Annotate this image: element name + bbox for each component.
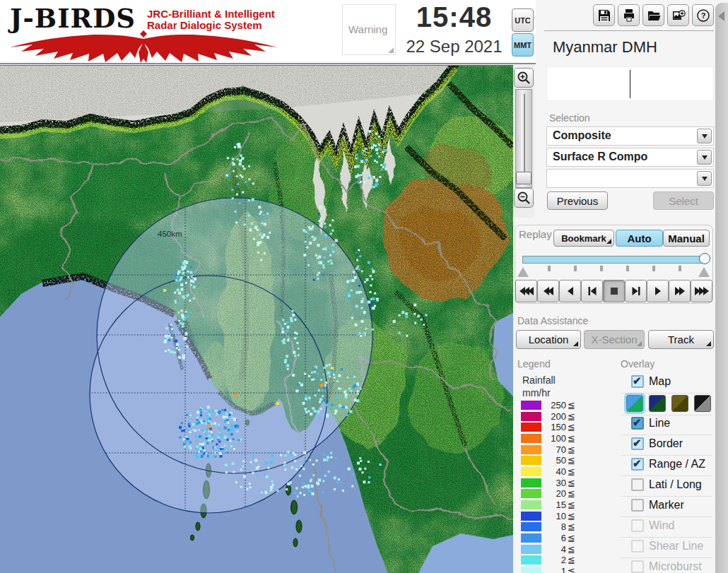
map-checkbox[interactable]: ✔ bbox=[631, 375, 644, 388]
legend-value: 10 bbox=[542, 511, 566, 521]
print-button[interactable] bbox=[618, 4, 640, 26]
text-cursor bbox=[630, 70, 630, 98]
auto-button[interactable]: Auto bbox=[616, 230, 663, 247]
skip-to-start-button[interactable] bbox=[515, 280, 537, 302]
marker-checkbox[interactable] bbox=[631, 499, 644, 512]
legend-value: 1 bbox=[542, 566, 566, 573]
legend-value: 4 bbox=[542, 544, 566, 555]
map-style-swatch-2[interactable] bbox=[649, 395, 666, 412]
radar-map[interactable]: 450km bbox=[0, 65, 513, 573]
stop-icon bbox=[606, 286, 623, 296]
zoom-out-button[interactable] bbox=[514, 188, 534, 208]
legend-le-symbol: ≦ bbox=[568, 500, 575, 510]
slider-start-marker[interactable] bbox=[517, 267, 529, 277]
wind-checkbox[interactable] bbox=[631, 519, 644, 532]
select-button[interactable]: Select bbox=[653, 191, 714, 210]
legend-swatch bbox=[521, 512, 541, 521]
dropdown-value: Composite bbox=[553, 129, 611, 142]
play-reverse-button[interactable] bbox=[559, 280, 581, 302]
utc-button[interactable]: UTC bbox=[512, 8, 534, 32]
shear-line-checkbox[interactable] bbox=[631, 540, 644, 553]
composite-dropdown[interactable]: Composite bbox=[546, 126, 714, 146]
map-style-swatch-3[interactable] bbox=[671, 395, 688, 412]
legend-row: 40≦ bbox=[521, 467, 613, 477]
location-button[interactable]: Location bbox=[516, 330, 581, 349]
zoom-slider-track[interactable] bbox=[515, 89, 532, 188]
resize-grip bbox=[388, 47, 394, 53]
legend-row: 6≦ bbox=[521, 533, 613, 543]
legend-value: 6 bbox=[542, 533, 566, 543]
open-folder-button[interactable] bbox=[642, 4, 664, 26]
legend-swatch bbox=[521, 412, 541, 421]
line-checkbox[interactable]: ✔ bbox=[631, 417, 644, 430]
overlay-item-label: Shear Line bbox=[649, 540, 703, 553]
lati-long-checkbox[interactable] bbox=[631, 478, 644, 491]
legend-swatch bbox=[521, 545, 541, 554]
skip-to-end-icon bbox=[693, 286, 710, 296]
play-reverse-icon bbox=[562, 286, 579, 296]
mmt-button[interactable]: MMT bbox=[512, 33, 534, 57]
legend-le-symbol: ≦ bbox=[568, 478, 575, 488]
button-label: X-Section bbox=[591, 333, 637, 345]
slider-end-marker[interactable] bbox=[698, 267, 710, 277]
add-image-button[interactable] bbox=[667, 4, 689, 26]
microburst-checkbox[interactable] bbox=[631, 560, 644, 573]
legend-value: 20 bbox=[542, 488, 566, 499]
bookmark-button[interactable]: Bookmark bbox=[553, 230, 614, 247]
track-button[interactable]: Track bbox=[648, 330, 714, 349]
zoom-in-button[interactable] bbox=[514, 68, 534, 88]
overlay-item-label: Range / AZ bbox=[649, 458, 705, 471]
map-style-swatch-4[interactable] bbox=[694, 395, 711, 412]
help-button[interactable]: ? bbox=[692, 4, 714, 26]
replay-slider-handle[interactable] bbox=[699, 253, 710, 264]
corner-triangle bbox=[573, 341, 578, 346]
overlay-row: ✔Map bbox=[621, 375, 714, 392]
manual-button[interactable]: Manual bbox=[663, 230, 710, 247]
button-label: Location bbox=[529, 333, 569, 345]
legend-le-symbol: ≦ bbox=[568, 544, 575, 555]
previous-button[interactable]: Previous bbox=[547, 191, 608, 210]
replay-label: Replay bbox=[519, 228, 552, 240]
dropdown-arrow-button[interactable] bbox=[697, 171, 712, 186]
step-forward-button[interactable] bbox=[625, 280, 647, 302]
warning-box[interactable]: Warning bbox=[342, 4, 396, 55]
legend-row: 10≦ bbox=[521, 512, 613, 521]
info-box[interactable] bbox=[546, 66, 714, 101]
app-logo-subtitle: JRC-Brilliant & Intelligent Radar Dialog… bbox=[147, 8, 275, 31]
legend-le-symbol: ≦ bbox=[568, 566, 575, 573]
check-icon: ✔ bbox=[633, 457, 642, 470]
legend-le-symbol: ≦ bbox=[568, 555, 575, 565]
empty-dropdown[interactable] bbox=[546, 169, 714, 188]
rewind-button[interactable] bbox=[537, 280, 559, 302]
legend-row: 30≦ bbox=[521, 478, 613, 488]
overlay-item-label: Microburst bbox=[649, 560, 702, 573]
map-style-swatch-1[interactable] bbox=[626, 395, 643, 412]
legend-row: 2≦ bbox=[521, 555, 613, 565]
fast-forward-button[interactable] bbox=[669, 280, 691, 302]
panel-collapse-strip[interactable] bbox=[715, 3, 728, 573]
legend-swatch bbox=[521, 423, 541, 432]
legend-value: 250 bbox=[542, 400, 566, 410]
step-back-button[interactable] bbox=[581, 280, 603, 302]
radar-coverage-tint bbox=[0, 66, 513, 573]
save-button[interactable] bbox=[593, 4, 615, 26]
replay-slider-track[interactable] bbox=[522, 256, 705, 264]
stop-button[interactable] bbox=[603, 280, 625, 302]
product-dropdown[interactable]: Surface R Compo bbox=[546, 148, 714, 167]
range-az-checkbox[interactable]: ✔ bbox=[631, 458, 644, 471]
play-button[interactable] bbox=[647, 280, 669, 302]
border-checkbox[interactable]: ✔ bbox=[631, 437, 644, 450]
dropdown-arrow-button[interactable] bbox=[697, 150, 712, 165]
slider-tick bbox=[679, 266, 681, 271]
slider-tick bbox=[548, 266, 551, 271]
corner-triangle bbox=[706, 341, 711, 346]
svg-text:?: ? bbox=[700, 11, 705, 20]
x-section-button[interactable]: X-Section bbox=[584, 330, 645, 349]
dropdown-arrow-button[interactable] bbox=[697, 129, 712, 143]
zoom-slider-thumb[interactable] bbox=[516, 172, 532, 184]
skip-to-end-button[interactable] bbox=[691, 280, 712, 302]
help-icon: ? bbox=[696, 8, 710, 23]
overlay-row: Lati / Long bbox=[621, 478, 714, 495]
overlay-item-label: Border bbox=[649, 437, 683, 450]
slider-tick bbox=[574, 266, 577, 271]
